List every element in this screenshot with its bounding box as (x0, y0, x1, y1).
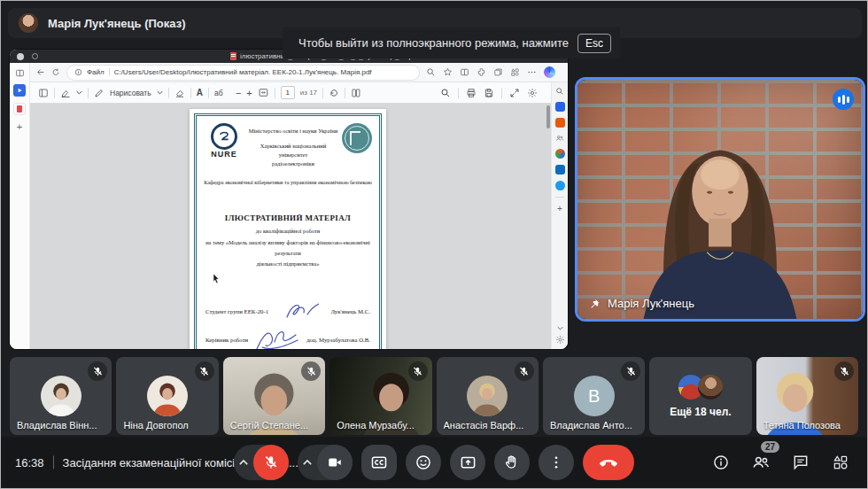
camera-toggle-button[interactable] (317, 445, 353, 480)
mic-muted-icon (408, 361, 428, 381)
camera-options-chevron[interactable] (298, 460, 317, 465)
presenter-video-person (577, 80, 863, 319)
panel-buttons: 27 (709, 450, 853, 475)
collections-icon[interactable] (493, 67, 503, 77)
text-select-icon[interactable]: аб (214, 89, 223, 97)
participant-name: Владислав Вінн... (17, 420, 97, 431)
people-panel-button[interactable]: 27 (748, 450, 773, 475)
camera-control-group (298, 445, 353, 480)
sidebar-collapse-icon[interactable] (557, 326, 563, 330)
fit-to-page-icon[interactable] (258, 87, 269, 98)
page-view-icon[interactable] (351, 88, 361, 98)
end-call-button[interactable] (583, 445, 634, 480)
more-options-button[interactable] (539, 445, 574, 480)
main-video-tile[interactable]: Марія Лук'янець (575, 77, 865, 322)
fullscreen-expand-icon[interactable] (509, 88, 520, 98)
page-info-icon[interactable] (74, 68, 82, 76)
sidebar-office-icon[interactable] (555, 149, 565, 159)
department-line: Кафедра економічної кібернетики та управ… (204, 179, 372, 185)
browser-toolbar: Файл C:/Users/User/Desktop/Ілюстративний… (29, 63, 568, 82)
reload-icon[interactable] (51, 67, 60, 77)
participants-strip: Владислав Вінн... Ніна Довгопол Сергій С… (10, 357, 858, 435)
read-aloud-icon[interactable]: A (197, 88, 203, 97)
zoom-out-button[interactable]: − (236, 88, 241, 98)
more-menu-icon[interactable] (527, 67, 537, 77)
meeting-info-button[interactable] (709, 450, 733, 475)
raise-hand-button[interactable] (494, 445, 530, 480)
mic-options-chevron[interactable] (234, 460, 253, 465)
print-icon[interactable] (466, 88, 477, 98)
student-name: Лук'янець М.С. (330, 308, 370, 314)
address-bar[interactable]: Файл C:/Users/User/Desktop/Ілюстративний… (66, 65, 420, 81)
participant-tile[interactable]: Анастасія Варф... (437, 357, 539, 435)
sidebar-outlook-icon[interactable] (555, 165, 565, 175)
participant-tile[interactable]: Сергій Степане... (223, 357, 325, 435)
presenter-avatar (19, 13, 38, 33)
highlighter-icon[interactable] (60, 88, 71, 98)
draw-pen-icon[interactable] (94, 88, 105, 98)
participant-tile[interactable]: Ніна Довгопол (116, 357, 218, 435)
mouse-cursor-icon (213, 274, 220, 283)
rotate-icon[interactable] (329, 88, 339, 98)
avatar (467, 376, 508, 416)
draw-label[interactable]: Нарисовать (110, 89, 151, 97)
avatar (41, 376, 81, 416)
esc-key-hint: Esc (577, 34, 611, 53)
toast-message: Чтобы выйти из полноэкранного режима, на… (298, 36, 569, 50)
university-seal (342, 123, 372, 153)
sidebar-shopping-icon[interactable] (555, 118, 565, 128)
search-document-icon[interactable] (440, 88, 451, 98)
reactions-button[interactable] (406, 445, 441, 480)
active-tab-icon[interactable] (13, 84, 26, 97)
sidebar-twitter-icon[interactable] (555, 181, 565, 190)
participant-tile[interactable]: Тетяна Полозова (756, 357, 858, 435)
captions-button[interactable] (361, 445, 397, 480)
new-tab-button[interactable]: + (17, 121, 22, 132)
tab-list-icon[interactable] (15, 68, 25, 78)
pdf-tab-icon[interactable] (13, 103, 26, 115)
meet-window: Марія Лук'янець (Показ) Чтобы выйти из п… (0, 0, 868, 489)
participant-name: Тетяна Полозова (763, 420, 841, 431)
profile-icon[interactable] (17, 53, 24, 60)
participant-tile[interactable]: В Владислав Анто... (543, 357, 645, 435)
back-icon[interactable] (36, 67, 45, 77)
present-screen-button[interactable] (450, 445, 485, 480)
participant-tile[interactable]: Олена Мурзабу... (329, 357, 431, 435)
pdf-scrollbar-thumb[interactable] (546, 105, 550, 128)
toc-icon[interactable] (38, 88, 49, 98)
main-participant-name: Марія Лук'янець (608, 297, 694, 310)
more-participants-tile[interactable]: Ещё 18 чел. (649, 357, 751, 435)
extensions-puzzle-icon[interactable] (477, 67, 486, 77)
participant-tile[interactable]: Владислав Вінн... (10, 357, 112, 435)
nure-logo-text: NURE (204, 150, 244, 159)
pdf-viewport[interactable]: NURE Міністерство освіти і науки України… (29, 104, 552, 349)
zoom-in-button[interactable]: + (246, 88, 252, 98)
chat-panel-button[interactable] (788, 450, 813, 475)
copilot-icon[interactable] (544, 66, 555, 78)
sidebar-settings-gear-icon[interactable] (555, 335, 565, 345)
activities-button[interactable] (828, 450, 853, 475)
sidebar-contacts-icon[interactable] (555, 134, 564, 143)
chevron-down-icon[interactable] (157, 90, 163, 95)
browser-essentials-icon[interactable] (510, 67, 520, 77)
save-icon[interactable] (484, 88, 494, 98)
nure-logo: NURE (204, 123, 244, 159)
shared-screen-browser: ілюстративний_матеріал_ЕЕК_20_1_Лук'янец… (10, 50, 568, 349)
stacked-avatar (698, 375, 723, 400)
video-feed (577, 80, 863, 319)
sidebar-copilot-icon[interactable] (555, 102, 565, 112)
split-screen-icon[interactable] (460, 67, 469, 77)
favorites-star-icon[interactable] (443, 67, 453, 77)
find-icon[interactable] (426, 67, 436, 77)
chevron-down-icon[interactable] (76, 90, 82, 95)
mic-toggle-button[interactable] (253, 445, 289, 480)
browser-toolbar-icons (426, 66, 561, 78)
eraser-icon[interactable] (174, 88, 185, 98)
participant-name: Сергій Степане... (230, 420, 308, 431)
pdf-settings-gear-icon[interactable] (527, 88, 538, 98)
sidebar-add-button[interactable]: + (557, 204, 562, 213)
page-number-input[interactable]: 1 (281, 86, 295, 99)
sidebar-search-icon[interactable] (555, 87, 564, 96)
mic-muted-icon (301, 361, 321, 381)
address-path: C:/Users/User/Desktop/Ілюстративний мате… (114, 68, 372, 76)
